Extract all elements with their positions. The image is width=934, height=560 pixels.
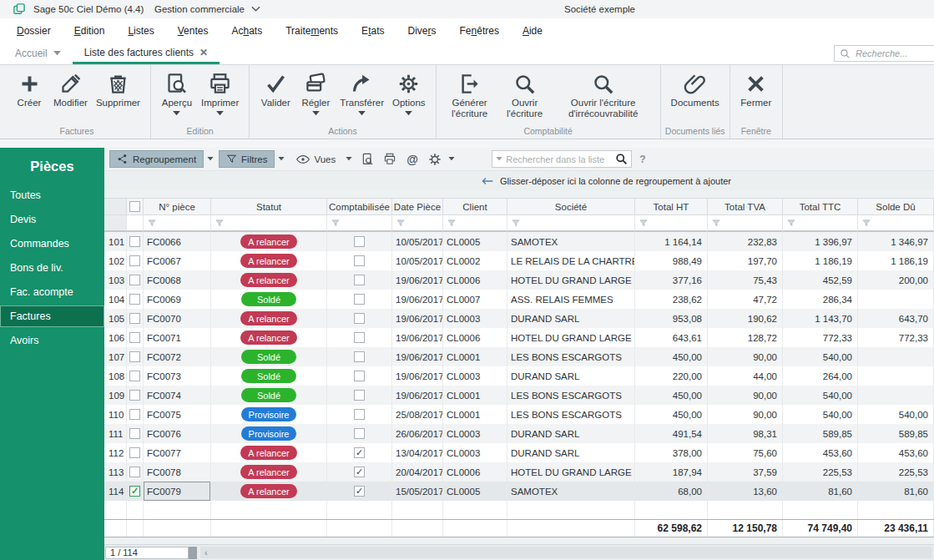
piece-number-cell[interactable]: FC0070 <box>144 309 211 328</box>
piece-number-cell[interactable]: FC0074 <box>144 386 211 405</box>
table-row[interactable]: 104FC0069Soldé19/06/2017CL0007ASS. RELAI… <box>104 290 934 309</box>
menu-dossier[interactable]: Dossier <box>5 25 63 37</box>
row-select-checkbox[interactable]: ✓ <box>129 486 140 497</box>
table-row[interactable]: 105FC0070A relancer19/06/2017CL0003DURAN… <box>104 309 934 328</box>
menu-achats[interactable]: Achats <box>220 25 274 37</box>
global-search-input[interactable] <box>856 48 934 58</box>
list-settings-gear-icon[interactable] <box>425 150 445 168</box>
piece-number-cell[interactable]: FC0073 <box>144 366 211 386</box>
table-row[interactable]: 111FC0076Provisoire26/06/2017CL0003DURAN… <box>104 424 934 443</box>
filtres-menu-caret[interactable] <box>277 157 285 161</box>
posted-cell[interactable] <box>327 347 392 366</box>
regroupement-menu-caret[interactable] <box>206 157 215 161</box>
menu-listes[interactable]: Listes <box>116 25 165 37</box>
ribbon-button-transferer[interactable]: Transférer <box>336 69 388 116</box>
tab-accueil[interactable]: Accueil <box>3 43 73 64</box>
table-row[interactable]: 107FC0072Soldé19/06/2017CL0001LES BONS E… <box>104 347 934 366</box>
list-print-icon[interactable] <box>380 150 400 168</box>
row-select-cell[interactable]: ✓ <box>127 482 144 501</box>
row-select-cell[interactable] <box>127 462 144 482</box>
filter-client[interactable] <box>443 215 507 232</box>
table-row[interactable]: 109FC0074Soldé19/06/2017CL0001LES BONS E… <box>104 386 934 405</box>
ribbon-button-modifier[interactable]: Modifier <box>49 69 92 108</box>
posted-checkbox[interactable] <box>354 428 365 439</box>
piece-number-cell[interactable]: FC0069 <box>144 290 211 309</box>
posted-checkbox[interactable] <box>354 255 365 266</box>
menu-caret-icon[interactable] <box>216 111 224 116</box>
row-select-cell[interactable] <box>127 232 144 251</box>
horizontal-scrollbar[interactable]: ‹ <box>200 547 932 558</box>
table-row[interactable]: 102FC0067A relancer10/05/2017CL0002LE RE… <box>104 251 934 270</box>
sidebar-item-fac-acompte[interactable]: Fac. acompte <box>0 281 104 303</box>
ribbon-button-imprimer[interactable]: Imprimer <box>197 69 243 116</box>
posted-cell[interactable] <box>327 290 392 309</box>
posted-checkbox[interactable] <box>354 313 365 324</box>
vues-menu-caret[interactable] <box>345 157 353 161</box>
ribbon-button-ouvrir-l-ecriture[interactable]: Ouvrir l'écriture <box>497 69 553 119</box>
group-drop-zone[interactable]: Glisser-déposer ici la colonne de regrou… <box>104 170 934 190</box>
piece-number-cell[interactable]: FC0067 <box>144 251 211 270</box>
menu-edition[interactable]: Edition <box>63 25 117 37</box>
posted-cell[interactable] <box>327 309 392 328</box>
posted-checkbox[interactable] <box>354 236 365 247</box>
piece-number-cell[interactable]: FC0075 <box>144 405 211 424</box>
menu-aide[interactable]: Aide <box>511 25 554 37</box>
column-header-date-piece[interactable]: Date Pièce <box>392 199 443 215</box>
ribbon-button-valider[interactable]: Valider <box>255 69 295 108</box>
row-select-checkbox[interactable] <box>129 294 140 305</box>
ribbon-button-supprimer[interactable]: Supprimer <box>92 69 144 108</box>
ribbon-button-regler[interactable]: Régler <box>295 69 336 116</box>
help-button[interactable]: ? <box>639 154 645 165</box>
ribbon-button-ouvrir-l-ecriture-d-irrecouvrabilite[interactable]: Ouvrir l'écriture d'irrécouvrabilité <box>553 69 654 119</box>
sidebar-item-bons-de-liv[interactable]: Bons de liv. <box>0 257 104 279</box>
posted-checkbox[interactable] <box>354 351 365 362</box>
posted-cell[interactable] <box>327 386 392 405</box>
row-select-cell[interactable] <box>127 443 144 462</box>
ribbon-button-generer-l-ecriture[interactable]: Générer l'écriture <box>442 69 497 119</box>
piece-number-cell[interactable]: FC0078 <box>144 462 211 482</box>
row-select-checkbox[interactable] <box>129 236 140 247</box>
menu-caret-icon[interactable] <box>312 111 320 116</box>
posted-cell[interactable] <box>327 251 392 270</box>
page-indicator[interactable]: 1 / 114 <box>105 547 189 559</box>
posted-checkbox[interactable] <box>354 294 365 305</box>
table-row[interactable]: 106FC0071A relancer19/06/2017CL0006HOTEL… <box>104 328 934 347</box>
ribbon-button-apercu[interactable]: Aperçu <box>157 69 197 116</box>
table-row[interactable]: 114✓FC0079A relancer✓15/05/2017CL0005SAM… <box>104 482 934 501</box>
posted-cell[interactable] <box>327 270 392 290</box>
column-header-total-ht[interactable]: Total HT <box>635 199 708 215</box>
menu-divers[interactable]: Divers <box>396 25 447 37</box>
column-header-client[interactable]: Client <box>443 199 507 215</box>
menu-caret-icon[interactable] <box>173 111 180 116</box>
row-select-cell[interactable] <box>127 424 144 443</box>
menu-caret-icon[interactable] <box>358 111 366 116</box>
row-select-checkbox[interactable] <box>129 275 140 285</box>
ribbon-button-fermer[interactable]: Fermer <box>736 69 776 108</box>
row-select-cell[interactable] <box>127 386 144 405</box>
column-header-solde-du[interactable]: Solde Dû <box>858 199 934 215</box>
posted-checkbox[interactable] <box>354 332 365 343</box>
row-select-checkbox[interactable] <box>129 313 140 324</box>
column-header-comptabilisee[interactable]: Comptabilisée <box>327 199 392 215</box>
sidebar-item-devis[interactable]: Devis <box>0 209 104 230</box>
row-select-cell[interactable] <box>127 290 144 309</box>
ribbon-button-options[interactable]: Options <box>388 69 430 116</box>
posted-cell[interactable]: ✓ <box>327 482 392 501</box>
column-header-total-ttc[interactable]: Total TTC <box>783 199 858 215</box>
filter-societe[interactable] <box>507 215 635 232</box>
menu-fenetres[interactable]: Fenêtres <box>448 25 511 37</box>
row-select-checkbox[interactable] <box>129 390 140 401</box>
piece-number-cell[interactable]: FC0079 <box>144 482 211 501</box>
posted-cell[interactable] <box>327 424 392 443</box>
filter-total-ttc[interactable] <box>783 215 858 232</box>
select-all-checkbox[interactable] <box>129 201 140 212</box>
sidebar-item-factures[interactable]: Factures <box>0 305 104 327</box>
sidebar-item-toutes[interactable]: Toutes <box>0 184 104 206</box>
posted-checkbox[interactable]: ✓ <box>354 486 365 497</box>
filter-date-piece[interactable] <box>392 215 443 232</box>
list-preview-icon[interactable] <box>357 150 377 168</box>
global-search[interactable] <box>834 45 934 62</box>
row-select-cell[interactable] <box>127 309 144 328</box>
row-select-cell[interactable] <box>127 347 144 366</box>
filter-n-piece[interactable] <box>144 215 211 232</box>
